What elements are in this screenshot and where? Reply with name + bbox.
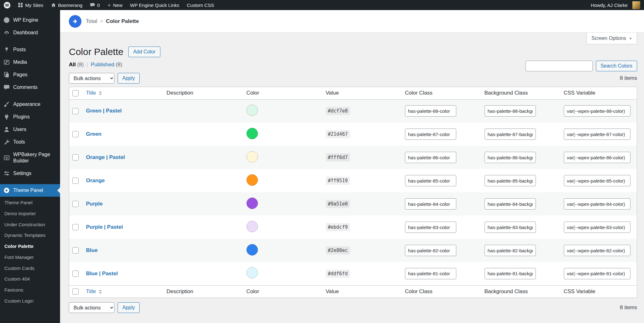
sidebar-item-pages[interactable]: Pages — [0, 68, 60, 81]
custom-css-menu[interactable]: Custom CSS — [183, 0, 218, 10]
submenu-item-custom-404[interactable]: Custom 404 — [0, 274, 60, 285]
page-title: Color Palette — [69, 47, 123, 57]
breadcrumb-root-link[interactable]: Total — [86, 18, 97, 25]
row-value: #21d467 — [326, 130, 350, 138]
apply-button[interactable]: Apply — [118, 73, 140, 84]
background-class-input[interactable] — [485, 198, 536, 210]
table-row: Orange | Pastel #fff6d7 — [69, 146, 637, 169]
color-swatch — [247, 151, 258, 162]
sidebar-item-wp-engine[interactable]: WP Engine — [0, 14, 60, 26]
row-title-link[interactable]: Blue — [86, 247, 98, 253]
row-title-link[interactable]: Purple | Pastel — [86, 224, 123, 230]
submenu-item-theme-panel[interactable]: Theme Panel — [0, 197, 60, 208]
color-class-input[interactable] — [405, 245, 456, 256]
row-checkbox[interactable] — [72, 108, 79, 114]
background-class-input[interactable] — [485, 268, 536, 279]
comments-menu[interactable]: 0 — [86, 0, 103, 10]
sidebar-item-plugins[interactable]: Plugins — [0, 111, 60, 123]
row-checkbox[interactable] — [72, 224, 79, 230]
comment-icon — [90, 3, 95, 8]
row-title-link[interactable]: Purple — [86, 201, 103, 207]
color-class-input[interactable] — [405, 129, 456, 140]
sidebar-item-settings[interactable]: Settings — [0, 167, 60, 180]
sidebar-item-theme-panel[interactable]: Theme Panel — [0, 184, 60, 197]
color-class-input[interactable] — [405, 105, 456, 117]
submenu-item-custom-cards[interactable]: Custom Cards — [0, 263, 60, 274]
css-variable-input[interactable] — [564, 152, 630, 163]
row-title-link[interactable]: Orange | Pastel — [86, 154, 125, 160]
filter-published-link[interactable]: Published (8) — [91, 62, 122, 68]
background-class-input[interactable] — [485, 105, 536, 117]
sidebar-item-media[interactable]: Media — [0, 56, 60, 68]
css-variable-input[interactable] — [564, 268, 630, 279]
row-description — [164, 216, 243, 239]
items-count: 8 items — [620, 75, 637, 81]
submenu-item-font-manager[interactable]: Font Manager — [0, 252, 60, 263]
pin-icon — [3, 47, 10, 53]
row-checkbox[interactable] — [72, 178, 79, 184]
submenu-item-under-construction[interactable]: Under Construction — [0, 219, 60, 230]
row-title-link[interactable]: Blue | Pastel — [86, 271, 118, 276]
css-variable-input[interactable] — [564, 105, 630, 117]
select-all-checkbox[interactable] — [72, 288, 79, 295]
submenu-item-demo-importer[interactable]: Demo Importer — [0, 208, 60, 219]
background-class-input[interactable] — [485, 175, 536, 186]
table-row: Orange #ff9519 — [69, 169, 637, 192]
filter-all-link[interactable]: All (8) — [69, 62, 84, 68]
color-class-input[interactable] — [405, 222, 456, 233]
row-title-link[interactable]: Green | Pastel — [86, 108, 122, 114]
submenu-item-favicons[interactable]: Favicons — [0, 285, 60, 296]
my-sites-menu[interactable]: My Sites — [14, 0, 47, 10]
select-all-checkbox[interactable] — [72, 90, 79, 96]
bulk-actions-select[interactable]: Bulk actions — [69, 302, 114, 313]
color-class-input[interactable] — [405, 268, 456, 279]
background-class-input[interactable] — [485, 129, 536, 140]
wp-engine-quick-links-menu[interactable]: WP Engine Quick Links — [126, 0, 183, 10]
sidebar-item-tools[interactable]: Tools — [0, 136, 60, 148]
submenu-item-dynamic-templates[interactable]: Dynamic Templates — [0, 230, 60, 241]
site-name-menu[interactable]: Boomerang — [47, 0, 86, 10]
color-class-input[interactable] — [405, 175, 456, 186]
color-class-input[interactable] — [405, 152, 456, 163]
table-row: Green | Pastel #dcf7e8 — [69, 99, 637, 123]
sidebar-item-wpbakery[interactable]: WPBakery Page Builder — [0, 148, 60, 167]
new-content-menu[interactable]: + New — [103, 0, 126, 10]
column-css-variable: CSS Variable — [561, 87, 637, 100]
background-class-input[interactable] — [485, 152, 536, 163]
color-class-input[interactable] — [405, 198, 456, 210]
sidebar-item-users[interactable]: Users — [0, 123, 60, 136]
css-variable-input[interactable] — [564, 245, 630, 256]
row-title-link[interactable]: Green — [86, 131, 102, 137]
row-checkbox[interactable] — [72, 131, 79, 137]
table-row: Blue | Pastel #ddf6fd — [69, 262, 637, 285]
sidebar-item-comments[interactable]: Comments — [0, 81, 60, 94]
css-variable-input[interactable] — [564, 175, 630, 186]
row-checkbox[interactable] — [72, 247, 79, 254]
search-input[interactable] — [525, 61, 593, 71]
submenu-item-custom-login[interactable]: Custom Login — [0, 296, 60, 307]
row-title-link[interactable]: Orange — [86, 178, 105, 183]
background-class-input[interactable] — [485, 222, 536, 233]
column-title[interactable]: Title — [83, 285, 164, 298]
row-value: #9a51e0 — [326, 200, 350, 208]
howdy-account-menu[interactable]: Howdy, AJ Clarke — [587, 0, 644, 10]
add-color-button[interactable]: Add Color — [128, 47, 160, 57]
css-variable-input[interactable] — [564, 129, 630, 140]
sidebar-item-appearance[interactable]: Appearance — [0, 98, 60, 111]
row-checkbox[interactable] — [72, 201, 79, 207]
row-checkbox[interactable] — [72, 154, 79, 161]
wordpress-logo-menu[interactable]: W — [0, 0, 14, 10]
search-colors-button[interactable]: Search Colors — [596, 61, 637, 71]
row-checkbox[interactable] — [72, 271, 79, 277]
sidebar-item-dashboard[interactable]: Dashboard — [0, 26, 60, 39]
apply-button[interactable]: Apply — [118, 302, 140, 313]
submenu-item-color-palette[interactable]: Color Palette — [0, 241, 60, 252]
sidebar-item-posts[interactable]: Posts — [0, 43, 60, 56]
column-color-class: Color Class — [402, 87, 481, 100]
bulk-actions-select[interactable]: Bulk actions — [69, 73, 114, 84]
css-variable-input[interactable] — [564, 222, 630, 233]
css-variable-input[interactable] — [564, 198, 630, 210]
column-title[interactable]: Title — [83, 87, 164, 100]
background-class-input[interactable] — [485, 245, 536, 256]
brush-icon — [3, 101, 10, 107]
